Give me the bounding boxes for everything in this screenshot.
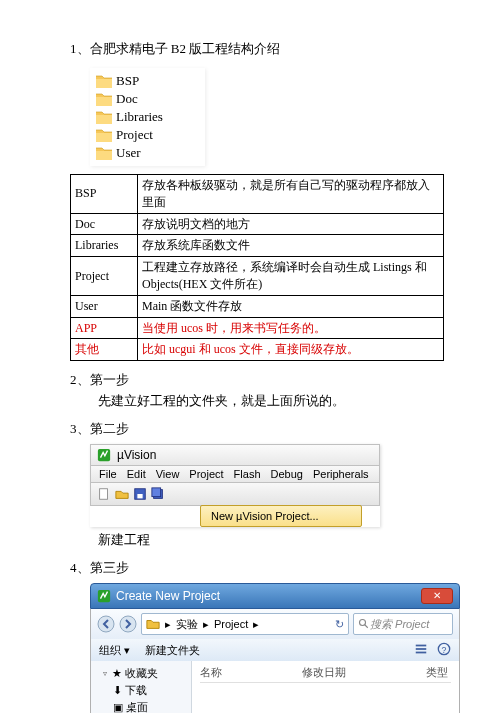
table-cell-name: Doc (71, 213, 138, 235)
uvision-menu-item[interactable]: Peripherals (313, 468, 369, 480)
folder-icon (96, 128, 112, 142)
folder-label: Doc (116, 91, 138, 107)
search-icon (358, 618, 370, 630)
step-2-caption: 新建工程 (98, 531, 444, 549)
table-cell-desc: Main 函数文件存放 (138, 295, 444, 317)
breadcrumb-seg-2: ▸ (203, 618, 209, 631)
column-headers[interactable]: 名称 修改日期 类型 (200, 665, 451, 683)
table-row: Libraries存放系统库函数文件 (71, 235, 444, 257)
table-row: Project工程建立存放路径，系统编译时会自动生成 Listings 和 Ob… (71, 257, 444, 296)
table-cell-name: APP (71, 317, 138, 339)
table-cell-desc: 存放系统库函数文件 (138, 235, 444, 257)
breadcrumb[interactable]: ▸ 实验 ▸ Project ▸ ↻ (141, 613, 349, 635)
table-row: 其他比如 ucgui 和 ucos 文件，直接同级存放。 (71, 339, 444, 361)
uvision-menu-item[interactable]: File (99, 468, 117, 480)
dialog-toolbar: 组织 ▾ 新建文件夹 ? (90, 639, 460, 661)
folder-icon (96, 146, 112, 160)
svg-point-8 (120, 616, 136, 632)
svg-rect-3 (137, 494, 142, 498)
table-cell-desc: 工程建立存放路径，系统编译时会自动生成 Listings 和 Objects(H… (138, 257, 444, 296)
organize-button[interactable]: 组织 ▾ (99, 644, 130, 656)
svg-text:?: ? (442, 645, 447, 655)
uvision-menubar: FileEditViewProjectFlashDebugPeripherals (90, 465, 380, 482)
table-cell-desc: 比如 ucgui 和 ucos 文件，直接同级存放。 (138, 339, 444, 361)
new-folder-button[interactable]: 新建文件夹 (145, 644, 200, 656)
open-icon[interactable] (115, 487, 129, 501)
svg-rect-13 (416, 652, 427, 654)
uvision-menu-item[interactable]: Flash (234, 468, 261, 480)
folder-icon (96, 92, 112, 106)
table-row: Doc存放说明文档的地方 (71, 213, 444, 235)
table-row: APP当使用 ucos 时，用来书写任务的。 (71, 317, 444, 339)
svg-rect-11 (416, 645, 427, 647)
description-table: BSP存放各种板级驱动，就是所有自己写的驱动程序都放入里面Doc存放说明文档的地… (70, 174, 444, 361)
step-3-label: 4、第三步 (70, 559, 444, 577)
dialog-titlebar: Create New Project ✕ (90, 583, 460, 609)
nav-desktop[interactable]: ▣ 桌面 (91, 699, 191, 713)
folder-list: BSPDocLibrariesProjectUser (90, 68, 205, 166)
table-cell-desc: 当使用 ucos 时，用来书写任务的。 (138, 317, 444, 339)
step-1-text: 先建立好工程的文件夹，就是上面所说的。 (98, 392, 444, 410)
folder-label: Libraries (116, 109, 163, 125)
dialog-title-text: Create New Project (116, 589, 220, 603)
uvision-title-text: µVision (117, 448, 156, 462)
table-row: UserMain 函数文件存放 (71, 295, 444, 317)
breadcrumb-seg-4: ▸ (253, 618, 259, 631)
close-button[interactable]: ✕ (421, 588, 453, 604)
svg-rect-5 (152, 488, 161, 497)
refresh-icon[interactable]: ↻ (335, 618, 344, 631)
folder-icon (96, 110, 112, 124)
col-date[interactable]: 修改日期 (302, 665, 346, 680)
svg-rect-12 (416, 648, 427, 650)
back-button[interactable] (97, 615, 115, 633)
uvision-menu-item[interactable]: Edit (127, 468, 146, 480)
folder-label: User (116, 145, 141, 161)
folder-row[interactable]: User (90, 144, 205, 162)
forward-button[interactable] (119, 615, 137, 633)
uvision-menu-item-new-project[interactable]: New µVision Project... (200, 505, 362, 527)
svg-line-10 (365, 625, 368, 628)
uvision-menu-item[interactable]: Debug (271, 468, 303, 480)
folder-row[interactable]: Libraries (90, 108, 205, 126)
svg-point-9 (360, 620, 366, 626)
folder-row[interactable]: Doc (90, 90, 205, 108)
save-icon[interactable] (133, 487, 147, 501)
step-2-label: 3、第二步 (70, 420, 444, 438)
col-type[interactable]: 类型 (426, 665, 448, 680)
svg-point-7 (98, 616, 114, 632)
table-cell-name: Project (71, 257, 138, 296)
nav-favorites[interactable]: ▿★ 收藏夹 (91, 665, 191, 682)
breadcrumb-seg-3[interactable]: Project (214, 618, 248, 630)
save-all-icon[interactable] (151, 487, 165, 501)
nav-downloads[interactable]: ⬇ 下载 (91, 682, 191, 699)
nav-panel: ▿★ 收藏夹 ⬇ 下载 ▣ 桌面 ◔ 最近访问的位置 ▿▣ 库 ▸▦ 视频 ▸▦… (91, 661, 192, 713)
uvision-toolbar (90, 482, 380, 506)
view-icon[interactable] (414, 642, 428, 656)
folder-label: Project (116, 127, 153, 143)
breadcrumb-seg-0: ▸ (165, 618, 171, 631)
table-cell-name: BSP (71, 175, 138, 214)
col-name[interactable]: 名称 (200, 665, 222, 680)
folder-row[interactable]: Project (90, 126, 205, 144)
help-icon[interactable]: ? (437, 642, 451, 656)
new-file-icon[interactable] (97, 487, 111, 501)
section-1-heading: 1、合肥求精电子 B2 版工程结构介绍 (70, 40, 444, 58)
folder-icon (146, 617, 160, 631)
dialog-app-icon (97, 589, 111, 603)
table-cell-desc: 存放各种板级驱动，就是所有自己写的驱动程序都放入里面 (138, 175, 444, 214)
table-cell-name: Libraries (71, 235, 138, 257)
search-input[interactable]: 搜索 Project (353, 613, 453, 635)
uvision-menu-item[interactable]: View (156, 468, 180, 480)
svg-rect-1 (100, 489, 108, 500)
dialog-address-bar: ▸ 实验 ▸ Project ▸ ↻ 搜索 Project (90, 609, 460, 639)
uvision-titlebar: µVision (90, 444, 380, 465)
dialog-body: ▿★ 收藏夹 ⬇ 下载 ▣ 桌面 ◔ 最近访问的位置 ▿▣ 库 ▸▦ 视频 ▸▦… (90, 661, 460, 713)
save-dialog: Create New Project ✕ ▸ 实验 ▸ Project ▸ ↻ … (90, 583, 460, 713)
folder-label: BSP (116, 73, 139, 89)
breadcrumb-seg-1[interactable]: 实验 (176, 617, 198, 632)
search-placeholder: 搜索 Project (370, 617, 429, 632)
folder-row[interactable]: BSP (90, 72, 205, 90)
table-cell-name: 其他 (71, 339, 138, 361)
uvision-window: µVision FileEditViewProjectFlashDebugPer… (90, 444, 380, 527)
uvision-menu-item[interactable]: Project (189, 468, 223, 480)
